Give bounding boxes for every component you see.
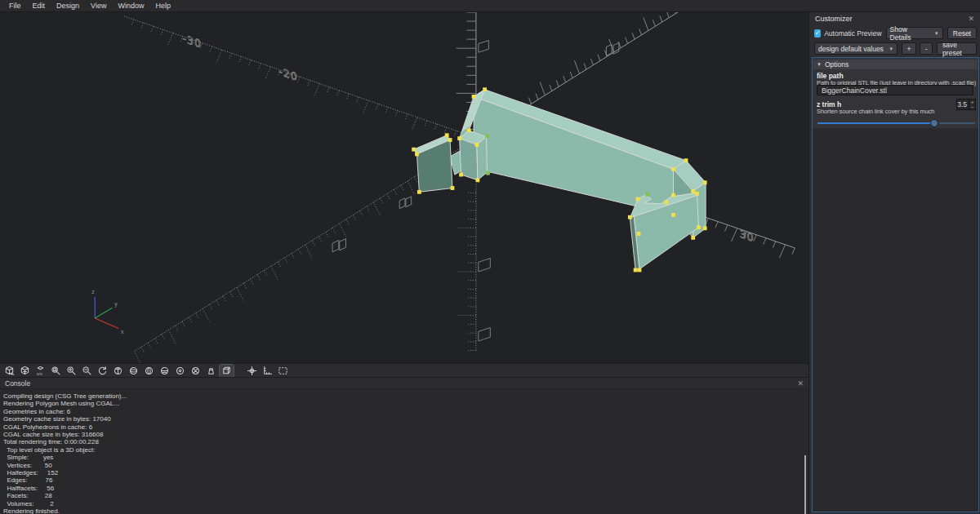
- menu-file[interactable]: File: [3, 2, 27, 10]
- view-all-button[interactable]: [49, 365, 63, 377]
- z-trim-slider[interactable]: [817, 119, 975, 127]
- gizmo-z-label: z: [91, 289, 95, 295]
- console-line: Geometries in cache: 6: [3, 408, 808, 415]
- file-path-input[interactable]: BiggerChainCover.stl: [817, 85, 973, 95]
- show-crosshairs-icon: [247, 366, 257, 376]
- automatic-preview-label: Automatic Preview: [824, 29, 881, 38]
- console-scrollbar[interactable]: [804, 455, 806, 514]
- svg-text:STL: STL: [37, 371, 43, 375]
- console-line: CGAL Polyhedrons in cache: 6: [3, 423, 808, 431]
- console-line: Rendering finished.: [3, 507, 808, 514]
- view-front-icon: [175, 366, 185, 376]
- console-line: CGAL cache size in bytes: 316608: [3, 431, 808, 438]
- add-preset-button[interactable]: +: [902, 42, 916, 55]
- openscad-window: File Edit Design View Window Help -30 -2…: [0, 0, 980, 514]
- customizer-panel: Customizer ✕ ✓ Automatic Preview Show De…: [808, 12, 980, 514]
- slider-track-empty[interactable]: [939, 122, 975, 124]
- export-stl-button[interactable]: STL: [33, 365, 47, 377]
- slider-handle[interactable]: [930, 119, 938, 127]
- view-bottom-button[interactable]: [142, 365, 156, 377]
- perspective-icon: [206, 366, 216, 376]
- view-top-button[interactable]: [127, 365, 140, 377]
- show-scale-markers-icon: [278, 366, 288, 376]
- console-header: Console ✕: [0, 377, 808, 389]
- customizer-title: Customizer: [815, 15, 853, 23]
- console-close-icon[interactable]: ✕: [797, 379, 804, 388]
- view-bottom-icon: [144, 366, 154, 376]
- reset-view-button[interactable]: [96, 365, 109, 377]
- console-line: Volumes: 2: [3, 500, 808, 507]
- view-right-icon: [113, 366, 123, 376]
- show-crosshairs-button[interactable]: [245, 365, 259, 377]
- customizer-parameter-area[interactable]: ▼ Options file path Path to original STL…: [812, 57, 979, 512]
- 3d-viewport[interactable]: -30 -20 30: [0, 12, 808, 363]
- options-group-header[interactable]: ▼ Options: [813, 60, 978, 69]
- collapse-triangle-icon: ▼: [817, 62, 822, 67]
- view-back-icon: [190, 366, 201, 376]
- axis-label-x-neg-20: -20: [278, 65, 297, 84]
- console-title: Console: [5, 379, 30, 388]
- menu-window[interactable]: Window: [112, 2, 149, 10]
- options-group-label: Options: [825, 60, 849, 69]
- view-top-icon: [128, 366, 139, 376]
- render-button[interactable]: [18, 365, 32, 377]
- console-line: Facets: 28: [3, 492, 808, 499]
- console-log[interactable]: Compiling design (CSG Tree generation)..…: [0, 389, 808, 514]
- menubar: File Edit Design View Window Help: [0, 0, 980, 12]
- axis-gizmo: z y x: [91, 289, 124, 335]
- customizer-controls-row2: design default values ▼ + - save preset: [809, 42, 980, 55]
- view-front-button[interactable]: [173, 365, 187, 377]
- zoom-out-icon: [82, 366, 92, 376]
- preview-icon: [4, 366, 15, 376]
- z-trim-value[interactable]: 3.5: [957, 100, 969, 109]
- remove-preset-button[interactable]: -: [920, 42, 933, 55]
- gizmo-x-label: x: [121, 329, 124, 335]
- save-preset-button[interactable]: save preset: [937, 42, 977, 55]
- view-left-icon: [159, 366, 170, 376]
- zoom-in-icon: [66, 366, 77, 376]
- menu-edit[interactable]: Edit: [27, 2, 51, 10]
- view-left-button[interactable]: [158, 365, 172, 377]
- preview-button[interactable]: [2, 365, 16, 377]
- zoom-out-button[interactable]: [80, 365, 94, 377]
- customizer-close-icon[interactable]: ✕: [968, 15, 974, 23]
- automatic-preview-checkbox[interactable]: ✓: [814, 29, 821, 38]
- perspective-button[interactable]: [204, 365, 218, 377]
- orthographic-button[interactable]: [220, 365, 234, 377]
- console-line: Edges: 76: [3, 476, 808, 484]
- chevron-down-icon: ▼: [929, 31, 939, 36]
- detail-level-select[interactable]: Show Details ▼: [886, 27, 943, 39]
- axis-label-x-pos-30: 30: [740, 228, 755, 245]
- chevron-down-icon: ▼: [884, 47, 893, 51]
- menu-view[interactable]: View: [85, 2, 112, 10]
- view-right-button[interactable]: [111, 365, 125, 377]
- slider-track-filled[interactable]: [817, 122, 934, 124]
- show-scale-markers-button[interactable]: [276, 365, 290, 377]
- render-icon: [20, 366, 30, 376]
- z-trim-spinbox[interactable]: 3.5 +−: [956, 99, 976, 110]
- show-axes-button[interactable]: [261, 365, 274, 377]
- view-back-button[interactable]: [189, 365, 203, 377]
- spinner-buttons[interactable]: +−: [969, 100, 975, 109]
- zoom-in-button[interactable]: [65, 365, 78, 377]
- console-line: Rendering Polygon Mesh using CGAL...: [3, 400, 808, 407]
- show-axes-icon: [262, 366, 273, 376]
- viewport-toolbar: STL: [0, 363, 808, 377]
- spin-down-icon[interactable]: −: [969, 104, 975, 109]
- console-line: Halffacets: 56: [3, 485, 808, 492]
- menu-design[interactable]: Design: [51, 2, 85, 10]
- menu-help[interactable]: Help: [149, 2, 176, 10]
- customizer-controls-row1: ✓ Automatic Preview Show Details ▼ Reset: [809, 26, 980, 40]
- console-line: Halfedges: 152: [3, 469, 808, 476]
- preset-select[interactable]: design default values ▼: [814, 42, 898, 55]
- console-line: Compiling design (CSG Tree generation)..…: [3, 392, 808, 400]
- gizmo-y-label: y: [114, 301, 118, 308]
- console-line: Geometry cache size in bytes: 17040: [3, 415, 808, 423]
- view-all-icon: [51, 366, 61, 376]
- 3d-scene-canvas[interactable]: -30 -20 30: [0, 12, 808, 363]
- console-line: Total rendering time: 0:00:00.228: [3, 438, 808, 445]
- reset-button[interactable]: Reset: [947, 27, 977, 39]
- console-line: Top level object is a 3D object:: [3, 446, 808, 454]
- model-mesh: [414, 90, 706, 270]
- customizer-titlebar: Customizer ✕: [809, 12, 980, 25]
